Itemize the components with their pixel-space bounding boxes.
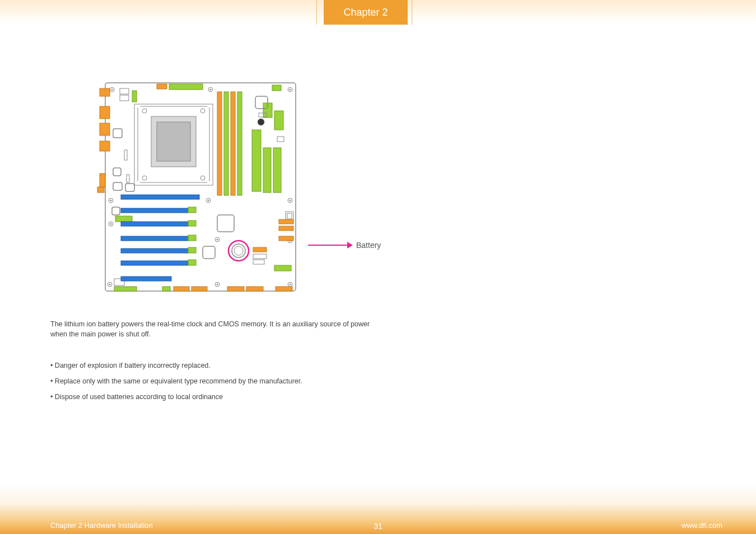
svg-rect-98: [188, 207, 196, 213]
svg-rect-85: [174, 287, 189, 291]
svg-rect-34: [132, 91, 137, 102]
svg-rect-29: [100, 174, 105, 187]
svg-point-43: [200, 176, 205, 180]
svg-rect-31: [157, 84, 167, 89]
svg-rect-99: [188, 221, 196, 226]
svg-rect-81: [127, 175, 129, 182]
svg-rect-78: [125, 184, 134, 191]
svg-rect-25: [100, 88, 110, 96]
svg-rect-79: [112, 207, 120, 215]
svg-rect-32: [169, 84, 203, 90]
svg-rect-51: [237, 92, 242, 195]
svg-rect-33: [272, 85, 281, 91]
svg-rect-87: [227, 287, 244, 291]
callout-arrow-icon: [347, 242, 353, 249]
svg-rect-65: [279, 236, 293, 241]
svg-rect-75: [113, 129, 122, 138]
svg-point-10: [208, 200, 209, 202]
svg-rect-88: [246, 287, 263, 291]
header-bar: Chapter 2: [0, 0, 756, 27]
footer-band: Chapter 2 Hardware Installation 31 www.d…: [0, 484, 756, 534]
svg-point-24: [290, 284, 291, 285]
tab-divider-right: [412, 0, 412, 25]
svg-rect-50: [231, 92, 235, 195]
svg-rect-76: [113, 168, 121, 176]
svg-rect-89: [276, 287, 292, 291]
svg-rect-97: [121, 277, 171, 281]
svg-rect-101: [188, 247, 196, 253]
svg-rect-93: [121, 222, 188, 226]
svg-rect-95: [121, 249, 188, 253]
svg-point-16: [217, 239, 218, 241]
svg-rect-30: [97, 187, 104, 193]
svg-rect-80: [124, 150, 127, 160]
svg-point-4: [210, 89, 212, 91]
safety-measures-block: • Danger of explosion if battery incorre…: [50, 362, 515, 401]
svg-point-42: [142, 176, 147, 180]
page-number: 31: [374, 522, 382, 531]
battery-description: The lithium ion battery powers the real-…: [50, 319, 386, 339]
svg-point-14: [110, 223, 112, 225]
svg-rect-96: [121, 261, 188, 265]
svg-rect-63: [279, 219, 293, 224]
svg-rect-77: [113, 182, 122, 190]
svg-point-40: [142, 109, 147, 113]
svg-rect-94: [121, 236, 188, 241]
svg-rect-55: [263, 148, 271, 193]
svg-point-12: [290, 200, 291, 202]
svg-point-8: [110, 200, 112, 202]
svg-point-70: [234, 246, 243, 255]
svg-rect-71: [253, 247, 267, 252]
svg-rect-62: [287, 213, 292, 219]
svg-point-22: [217, 284, 218, 285]
battery-callout: Battery: [308, 241, 381, 250]
svg-rect-28: [100, 141, 110, 151]
battery-callout-label: Battery: [356, 241, 381, 250]
tab-divider-left: [316, 0, 317, 25]
svg-rect-27: [100, 123, 110, 135]
svg-rect-64: [279, 226, 293, 231]
svg-rect-39: [157, 122, 190, 161]
svg-rect-56: [273, 148, 281, 193]
svg-point-20: [109, 284, 111, 285]
svg-point-2: [111, 89, 113, 91]
svg-rect-100: [188, 235, 196, 241]
svg-rect-52: [252, 130, 261, 191]
safety-item: • Replace only with the same or equivale…: [50, 377, 515, 385]
page-content: Battery The lithium ion battery powers t…: [50, 78, 515, 409]
svg-rect-90: [162, 287, 170, 291]
svg-rect-72: [253, 254, 267, 259]
svg-rect-26: [100, 106, 110, 119]
svg-rect-36: [120, 95, 129, 101]
svg-rect-67: [203, 246, 215, 259]
safety-item: • Danger of explosion if battery incorre…: [50, 362, 515, 369]
svg-rect-54: [274, 111, 283, 130]
svg-rect-91: [121, 195, 199, 199]
footer-url: www.dfi.com: [682, 521, 722, 530]
svg-point-6: [290, 89, 291, 91]
svg-rect-74: [274, 265, 291, 271]
footer-chapter-title: Chapter 2 Hardware Installation: [50, 521, 153, 530]
callout-line: [308, 245, 347, 246]
svg-rect-48: [217, 92, 222, 195]
svg-point-57: [258, 119, 264, 125]
svg-rect-60: [277, 137, 284, 142]
svg-rect-35: [120, 88, 129, 94]
svg-point-41: [200, 109, 205, 113]
svg-rect-49: [224, 92, 228, 195]
motherboard-svg: [95, 78, 308, 297]
svg-rect-73: [253, 260, 264, 264]
safety-item: • Dispose of used batteries according to…: [50, 393, 515, 401]
svg-rect-102: [188, 260, 196, 265]
svg-rect-83: [114, 287, 137, 291]
motherboard-figure: Battery: [95, 78, 398, 302]
svg-rect-86: [192, 287, 207, 291]
chapter-tab: Chapter 2: [324, 0, 408, 25]
svg-rect-66: [217, 215, 234, 232]
svg-rect-84: [115, 216, 132, 222]
svg-rect-92: [121, 208, 188, 213]
